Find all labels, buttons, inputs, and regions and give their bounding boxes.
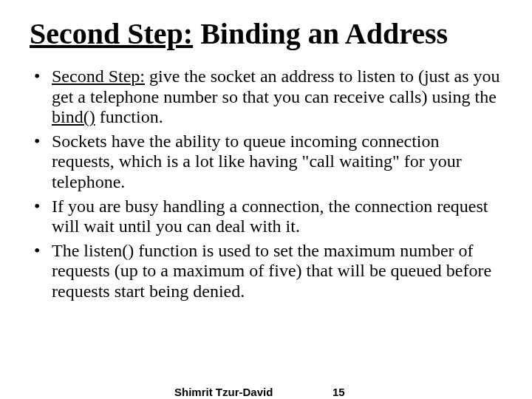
title-rest: Binding an Address bbox=[193, 17, 448, 50]
title-underlined: Second Step: bbox=[30, 17, 193, 50]
bullet-1-fn: bind() bbox=[52, 107, 95, 126]
bullet-1-text2: function. bbox=[95, 107, 163, 126]
bullet-2: Sockets have the ability to queue incomi… bbox=[52, 132, 462, 191]
list-item: Sockets have the ability to queue incomi… bbox=[33, 132, 502, 193]
slide-title: Second Step: Binding an Address bbox=[30, 18, 502, 50]
footer-author: Shimrit Tzur-David bbox=[174, 386, 273, 398]
bullet-4: The listen() function is used to set the… bbox=[52, 241, 491, 301]
bullet-3: If you are busy handling a connection, t… bbox=[52, 197, 488, 236]
bullet-1-prefix: Second Step: bbox=[52, 66, 145, 86]
slide: Second Step: Binding an Address Second S… bbox=[0, 0, 532, 399]
bullet-list: Second Step: give the socket an address … bbox=[33, 66, 502, 302]
list-item: Second Step: give the socket an address … bbox=[33, 66, 502, 128]
list-item: If you are busy handling a connection, t… bbox=[33, 197, 502, 237]
footer-page: 15 bbox=[332, 386, 345, 398]
list-item: The listen() function is used to set the… bbox=[33, 241, 502, 302]
